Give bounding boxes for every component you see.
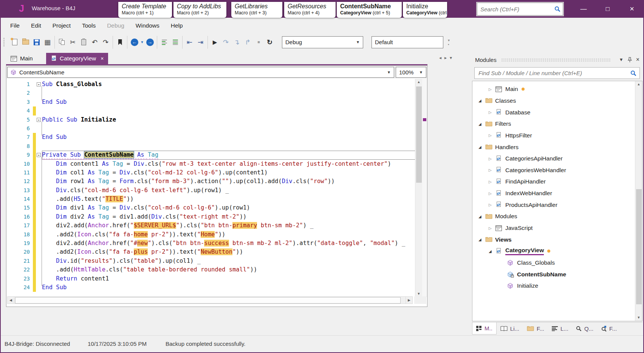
run-icon[interactable]: ▶ xyxy=(209,37,220,48)
search-input[interactable] xyxy=(480,6,554,13)
step-out-icon[interactable]: ↱ xyxy=(242,37,253,48)
collapse-region-icon[interactable]: - xyxy=(37,118,41,122)
navigate-back-icon[interactable]: ← xyxy=(129,37,140,48)
tree-item-productsapihandler[interactable]: ▷ProductsApiHandler xyxy=(472,199,642,211)
macro-button-contentsubname[interactable]: ContentSubNameCategoryView (ctrl + 5) xyxy=(337,2,402,18)
tree-item-initialize[interactable]: Initialize xyxy=(472,280,642,292)
comment-icon[interactable] xyxy=(159,37,170,48)
code-line[interactable]: 13 Div.cls("col-md-6 col-lg-6 text-left"… xyxy=(6,186,427,195)
vertical-scroll-thumb[interactable] xyxy=(416,86,422,183)
find-sub-input[interactable] xyxy=(478,69,630,77)
panel-tab-li[interactable]: Li... xyxy=(497,322,523,335)
panel-tab-f[interactable]: F... xyxy=(597,322,621,335)
panel-tab-l[interactable]: L... xyxy=(548,322,572,335)
code-line[interactable]: 16 Dim div2 As Tag = div1.add(Div.cls("t… xyxy=(6,213,427,221)
tab-main[interactable]: Main xyxy=(6,53,45,64)
macro-button-getresources[interactable]: GetResourcesMacro (ctrl + 4) xyxy=(284,2,336,18)
paste-icon[interactable] xyxy=(78,37,89,48)
code-line[interactable]: 12 Dim row1 As Tag = Form.cls("form mb-3… xyxy=(6,177,427,186)
editor-vertical-scrollbar[interactable]: ▲ ▼ xyxy=(415,79,422,297)
panel-dropdown-icon[interactable]: ▼ xyxy=(619,57,624,62)
zoom-selector[interactable]: 100% ▼ xyxy=(396,67,426,78)
tree-item-categoryview[interactable]: ◢CategoryView xyxy=(472,245,642,257)
code-line[interactable]: 24End Sub xyxy=(6,283,427,292)
code-line[interactable]: 11 Dim col1 As Tag = Div.cls("col-md-12 … xyxy=(6,168,427,177)
back-history-dropdown-icon[interactable]: ▾ xyxy=(140,37,144,48)
close-panel-icon[interactable]: × xyxy=(636,56,639,63)
stop-icon[interactable]: ■ xyxy=(253,37,264,48)
expander-closed-icon[interactable]: ▷ xyxy=(489,168,495,172)
tree-scroll-thumb[interactable] xyxy=(636,189,642,304)
code-line[interactable]: 17 div2.add(Anchor.href("$SERVER_URL$").… xyxy=(6,221,427,230)
tree-item-filters[interactable]: ◢Filters xyxy=(472,118,642,130)
uncomment-icon[interactable] xyxy=(170,37,181,48)
step-into-icon[interactable]: ↴ xyxy=(231,37,242,48)
tree-item-main[interactable]: ▷Main xyxy=(472,83,642,95)
tree-item-findapihandler[interactable]: ▷FindApiHandler xyxy=(472,176,642,188)
code-line[interactable]: 20 .add2(Icon.cls("fa fa-plus pr-2")).te… xyxy=(6,248,427,256)
expander-open-icon[interactable]: ◢ xyxy=(478,214,485,219)
panel-drag-texture[interactable] xyxy=(501,58,611,62)
close-button[interactable]: × xyxy=(620,0,644,18)
undo-icon[interactable]: ↶ xyxy=(89,37,100,48)
code-line[interactable]: 15 Dim div1 As Tag = Div.cls("col-md-6 c… xyxy=(6,203,427,212)
tab-scroll-controls[interactable]: ◂▸▾ xyxy=(439,55,455,60)
tree-item-indexwebhandler[interactable]: ▷IndexWebHandler xyxy=(472,188,642,199)
tree-item-categoriesapihandler[interactable]: ▷CategoriesApiHandler xyxy=(472,153,642,165)
open-project-icon[interactable] xyxy=(20,37,31,48)
tree-item-classes[interactable]: ◢Classes xyxy=(472,95,642,107)
tree-item-categorieswebhandler[interactable]: ▷CategoriesWebHandler xyxy=(472,164,642,176)
code-line[interactable]: 8 xyxy=(6,142,427,151)
search-icon[interactable] xyxy=(554,6,560,12)
menu-file[interactable]: File xyxy=(5,22,25,29)
scroll-up-icon[interactable]: ▲ xyxy=(635,81,642,88)
tree-scrollbar[interactable]: ▲ ▼ xyxy=(635,81,642,321)
menu-tools[interactable]: Tools xyxy=(76,22,101,29)
scroll-up-icon[interactable]: ▲ xyxy=(415,79,422,85)
code-line[interactable]: 4 xyxy=(6,106,427,115)
package-icon[interactable]: ▦ xyxy=(42,37,53,48)
navigate-forward-icon[interactable]: → xyxy=(144,37,155,48)
tree-item-handlers[interactable]: ◢Handlers xyxy=(472,141,642,153)
macro-button-initialize[interactable]: InitializeCategoryView (ctrl + 6) xyxy=(403,2,447,18)
expander-open-icon[interactable]: ◢ xyxy=(478,99,485,103)
toolbar-overflow-icon[interactable]: ▾▪ xyxy=(448,38,450,46)
collapse-region-icon[interactable]: - xyxy=(37,153,41,157)
panel-tab-q[interactable]: Q... xyxy=(572,322,597,335)
step-over-icon[interactable]: ↷ xyxy=(220,37,231,48)
code-line[interactable]: 9-Private Sub ContentSubName As Tag xyxy=(6,151,427,159)
tree-item-class_globals[interactable]: Class_Globals xyxy=(472,257,642,269)
code-line[interactable]: 10 Dim content1 As Tag = Div.cls("row mt… xyxy=(6,160,427,168)
tree-item-database[interactable]: ▷Database xyxy=(472,106,642,118)
restart-icon[interactable]: ↻ xyxy=(264,37,275,48)
macro-button-getlibraries[interactable]: GetLibrariesMacro (ctrl + 3) xyxy=(231,2,282,18)
menu-help[interactable]: Help xyxy=(165,22,189,29)
expander-closed-icon[interactable]: ▷ xyxy=(489,87,495,91)
expander-closed-icon[interactable]: ▷ xyxy=(489,226,495,230)
code-line[interactable]: 19 div2.add(Anchor.href("#new").cls("btn… xyxy=(6,239,427,248)
code-line[interactable]: 5-Public Sub Initialize xyxy=(6,116,427,124)
code-line[interactable]: 23 Return content1 xyxy=(6,274,427,283)
code-line[interactable]: 7End Sub xyxy=(6,133,427,142)
menu-project[interactable]: Project xyxy=(47,22,76,29)
tree-item-contentsubname[interactable]: ContentSubName xyxy=(472,268,642,280)
code-line[interactable]: 1-Sub Class_Globals xyxy=(6,80,427,89)
tab-categoryview[interactable]: CategoryView × xyxy=(46,53,108,64)
sub-selector[interactable]: ContentSubName ▼ xyxy=(7,67,394,78)
code-line[interactable]: 6 xyxy=(6,124,427,133)
scroll-left-icon[interactable]: ◀ xyxy=(8,297,14,304)
tree-item-views[interactable]: ◢Views xyxy=(472,234,642,245)
new-file-icon[interactable]: ✱ xyxy=(9,37,20,48)
panel-tab-m[interactable]: M.. xyxy=(472,322,497,335)
expander-closed-icon[interactable]: ▷ xyxy=(489,203,495,207)
code-line[interactable]: 14 .add(H5.text("TITLE")) xyxy=(6,195,427,203)
horizontal-scroll-thumb[interactable] xyxy=(15,297,401,304)
build-mode-select[interactable]: Debug▼ xyxy=(282,36,363,48)
tree-item-modules[interactable]: ◢Modules xyxy=(472,211,642,222)
panel-tab-f[interactable]: F... xyxy=(523,322,548,335)
tree-item-httpsfilter[interactable]: ▷HttpsFilter xyxy=(472,130,642,142)
menu-edit[interactable]: Edit xyxy=(25,22,47,29)
macro-button-copy-to-addlibs[interactable]: Copy to AddLibsMacro (ctrl + 2) xyxy=(173,2,226,18)
expander-closed-icon[interactable]: ▷ xyxy=(489,157,495,161)
close-tab-icon[interactable]: × xyxy=(101,55,104,62)
